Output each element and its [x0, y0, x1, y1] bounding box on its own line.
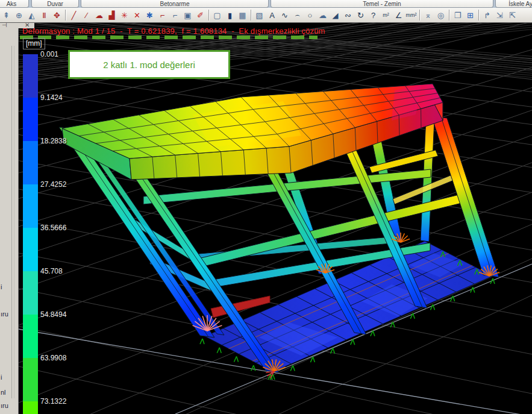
- insertion-point-icon[interactable]: ⊕: [13, 9, 25, 21]
- angle-measure-icon[interactable]: ∠: [392, 9, 405, 21]
- tab-temel-zemin[interactable]: Temel - Zemin: [271, 0, 493, 8]
- legend-segment: [23, 401, 38, 414]
- column-section-icon[interactable]: Ⅱ: [38, 9, 51, 21]
- legend-value: 0.001: [40, 50, 58, 58]
- text-icon[interactable]: A: [266, 9, 278, 21]
- app-window: { "window": { "tabs": [ {"label": "Aks"}…: [0, 0, 532, 414]
- clipped-icon-right[interactable]: ⇱: [506, 9, 519, 21]
- panel-groove: [11, 46, 14, 398]
- legend-segment: [23, 141, 38, 184]
- unit-label: [mm]: [23, 38, 45, 49]
- trim-member-icon[interactable]: ╱: [67, 9, 80, 21]
- area-m2-icon[interactable]: m²: [380, 9, 392, 21]
- tab-betonarme[interactable]: Betonarme: [81, 0, 269, 8]
- toolbar-separator: [251, 10, 251, 20]
- level-icon[interactable]: ⌅: [422, 9, 434, 21]
- region-icon[interactable]: ▣: [181, 9, 194, 21]
- mode-dash-line: [20, 36, 318, 39]
- area-mm2-icon[interactable]: mm²: [405, 9, 418, 21]
- slab-icon[interactable]: ☁: [93, 9, 105, 21]
- visibility-icon[interactable]: ◎: [434, 9, 447, 21]
- column-chart-icon[interactable]: ▟: [105, 9, 118, 21]
- tab-aks[interactable]: Aks: [0, 0, 29, 8]
- circle-icon[interactable]: ○: [304, 9, 316, 21]
- cloud-icon[interactable]: ☁: [316, 9, 329, 21]
- spring-icon[interactable]: ∾: [342, 9, 354, 21]
- panel-text-fragment: ıru: [1, 310, 8, 318]
- library-icon[interactable]: ▮: [224, 9, 236, 21]
- grid-icon[interactable]: ▦: [236, 9, 249, 21]
- polyline-icon[interactable]: ∿: [278, 9, 291, 21]
- explode-icon[interactable]: ✐: [194, 9, 207, 21]
- stretch-icon[interactable]: ▢: [211, 9, 224, 21]
- panel-text-fragment: ıru: [1, 402, 8, 409]
- chamfer-icon[interactable]: ⌐: [169, 9, 181, 21]
- orbit-icon[interactable]: ⇲: [493, 9, 506, 21]
- clipped-icon-left[interactable]: ⇞: [0, 9, 13, 21]
- legend-segment: [23, 54, 38, 98]
- tab-i-skele-ayarlar-[interactable]: İskele Ayarları: [495, 0, 532, 8]
- hatch-slope-icon[interactable]: ◢: [329, 9, 342, 21]
- legend-segment: [23, 271, 38, 315]
- legend-segment: [23, 228, 38, 271]
- tab-duvar[interactable]: Duvar: [31, 0, 79, 8]
- building-structure[interactable]: [59, 84, 499, 380]
- toolbar-separator: [419, 10, 420, 20]
- panel-text-fragment: i: [1, 374, 2, 381]
- status-text: Deformasyon : Mod 1 / 15 - T = 0.621839,…: [22, 27, 325, 36]
- move-icon[interactable]: ✥: [51, 9, 63, 21]
- image-icon[interactable]: ▧: [253, 9, 266, 21]
- break-icon[interactable]: ✕: [131, 9, 143, 21]
- tile-windows-icon[interactable]: ⊞: [464, 9, 477, 21]
- legend-value: 36.5666: [40, 224, 66, 232]
- toolbar-separator: [478, 10, 479, 20]
- legend-segment: [23, 358, 38, 401]
- legend-value: 54.8494: [40, 310, 66, 319]
- node-icon[interactable]: ✳: [118, 9, 131, 21]
- annotation-box[interactable]: 2 katlı 1. mod değerleri: [68, 50, 230, 79]
- fillet-icon[interactable]: ⌐: [156, 9, 169, 21]
- toolbar-separator: [65, 10, 66, 20]
- panel-text-fragment: i: [1, 283, 2, 290]
- extend-member-icon[interactable]: ∕: [80, 9, 93, 21]
- annotation-label: 2 katlı 1. mod değerleri: [103, 60, 195, 70]
- viewport-3d[interactable]: [18, 23, 532, 414]
- legend-value: 45.708: [40, 267, 63, 275]
- legend-value: 27.4252: [40, 180, 66, 189]
- arc-icon[interactable]: ⌢: [291, 9, 304, 21]
- left-panel[interactable]: iıruinlıru: [0, 23, 19, 414]
- legend-segment: [23, 315, 38, 358]
- toolbar-separator: [208, 10, 209, 20]
- toolbar-separator: [449, 10, 449, 20]
- legend-segment: [23, 98, 38, 141]
- legend-value: 63.9908: [40, 354, 66, 362]
- legend-value: 18.2838: [40, 137, 66, 145]
- legend-value: 73.1322: [40, 397, 66, 406]
- new-window-icon[interactable]: ❐: [451, 9, 464, 21]
- tab-bar: AksDuvarBetonarmeTemel - Zeminİskele Aya…: [0, 0, 532, 8]
- rotate-copy-icon[interactable]: ↻: [354, 9, 367, 21]
- legend-segment: [23, 184, 38, 228]
- measure-icon[interactable]: ?: [367, 9, 380, 21]
- panel-text-fragment: nl: [1, 389, 6, 396]
- ucs-icon[interactable]: ↱: [481, 9, 493, 21]
- legend-value: 9.1424: [40, 93, 63, 102]
- intersect-icon[interactable]: ✱: [143, 9, 156, 21]
- mirror-icon[interactable]: ◭: [25, 9, 38, 21]
- toolbar: ⇞⊕◭Ⅱ✥╱∕☁▟✳✕✱⌐⌐▣✐▢▮▦▧A∿⌢○☁◢∾↻?m²∠mm²⌅◎❐⊞↱…: [0, 8, 532, 23]
